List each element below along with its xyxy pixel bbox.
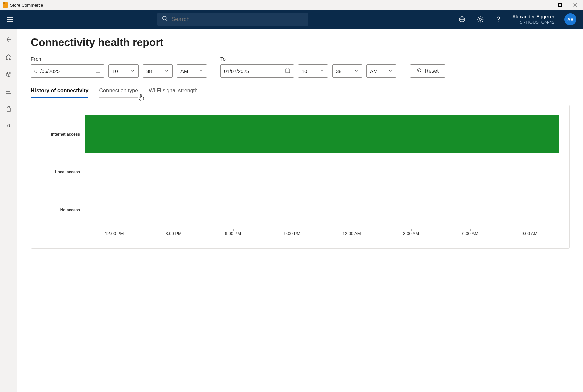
globe-icon[interactable] [458,15,466,23]
from-ampm-value: AM [180,68,188,74]
y-label-local: Local access [41,153,85,191]
gear-icon[interactable] [476,15,484,23]
chevron-down-icon [320,68,324,74]
window-maximize-button[interactable] [552,0,568,10]
bag-icon[interactable] [5,105,13,113]
from-minute-select[interactable]: 38 [143,64,173,78]
avatar-initials: AE [567,17,573,22]
x-tick: 6:00 AM [462,231,478,236]
chevron-down-icon [199,68,203,74]
reset-label: Reset [425,68,439,74]
search-input[interactable] [157,13,308,26]
x-tick: 3:00 AM [403,231,419,236]
chevron-down-icon [130,68,135,74]
x-tick: 12:00 PM [105,231,124,236]
svg-rect-1 [559,4,562,7]
svg-rect-17 [96,69,100,73]
chart-card: Internet access Local access No access 1… [31,105,570,249]
chart-plot [85,115,559,229]
to-ampm-select[interactable]: AM [366,64,396,78]
user-name: Alexander Eggerer [512,14,554,20]
titlebar: Store Commerce [0,0,583,10]
to-ampm-value: AM [370,68,378,74]
search-icon [162,16,168,23]
tab-connection-type[interactable]: Connection type [99,88,138,98]
x-tick: 9:00 PM [284,231,300,236]
calendar-icon [95,68,101,74]
tab-history[interactable]: History of connectivity [31,88,88,98]
to-label: To [220,56,396,62]
menu-button[interactable] [3,13,17,26]
bar-internet-access [85,115,559,153]
tabs: History of connectivity Connection type … [31,88,570,98]
user-block[interactable]: Alexander Eggerer 5 - HOUSTON-42 [512,14,554,25]
back-icon[interactable] [5,35,13,44]
calendar-icon [285,68,290,74]
lines-icon[interactable] [5,88,13,96]
page-title: Connectivity health report [31,36,570,49]
chevron-down-icon [388,68,393,74]
to-hour-select[interactable]: 10 [298,64,328,78]
from-hour-select[interactable]: 10 [108,64,139,78]
window-title: Store Commerce [10,3,43,8]
reset-button[interactable]: Reset [410,64,445,78]
app-header: Alexander Eggerer 5 - HOUSTON-42 AE [0,10,583,29]
home-icon[interactable] [5,53,13,61]
help-icon[interactable] [494,15,502,23]
to-minute-value: 38 [336,68,342,74]
x-tick: 6:00 PM [225,231,241,236]
from-label: From [31,56,207,62]
to-date-value: 01/07/2025 [224,68,249,74]
svg-line-8 [166,20,168,21]
x-axis-labels: 12:00 PM 3:00 PM 6:00 PM 9:00 PM 12:00 A… [85,231,559,241]
x-tick: 9:00 AM [522,231,538,236]
to-hour-value: 10 [302,68,307,74]
y-label-internet: Internet access [41,115,85,153]
chevron-down-icon [164,68,169,74]
tab-wifi[interactable]: Wi-Fi signal strength [149,88,198,98]
cursor-icon [138,94,145,102]
from-minute-value: 38 [146,68,152,74]
window-close-button[interactable] [568,0,583,10]
search-field[interactable] [171,16,303,23]
sidebar: 0 [0,29,17,392]
from-ampm-select[interactable]: AM [177,64,207,78]
content: Connectivity health report From 01/06/20… [17,29,583,392]
svg-point-13 [498,21,499,22]
sidebar-count: 0 [7,123,10,128]
svg-point-7 [163,16,166,20]
reset-icon [417,68,422,74]
svg-rect-21 [286,69,290,73]
from-hour-value: 10 [112,68,118,74]
avatar[interactable]: AE [564,13,576,25]
from-date-input[interactable]: 01/06/2025 [31,64,104,78]
svg-point-12 [479,18,481,20]
products-icon[interactable] [5,70,13,78]
window-minimize-button[interactable] [537,0,552,10]
to-minute-select[interactable]: 38 [332,64,362,78]
y-label-none: No access [41,191,85,229]
x-tick: 3:00 PM [165,231,181,236]
app-icon [3,2,8,8]
user-location: 5 - HOUSTON-42 [520,20,554,25]
from-date-value: 01/06/2025 [34,68,60,74]
chevron-down-icon [354,68,359,74]
to-date-input[interactable]: 01/07/2025 [220,64,294,78]
x-tick: 12:00 AM [343,231,361,236]
